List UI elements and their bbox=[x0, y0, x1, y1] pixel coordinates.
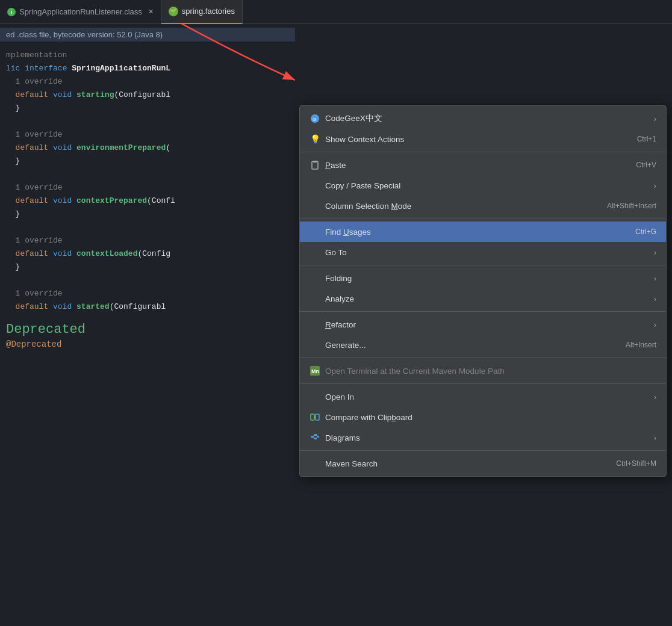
menu-show-context-label: Show Context Actions bbox=[325, 135, 404, 144]
no-icon-analyze bbox=[310, 293, 320, 304]
menu-open-in-label: Open In bbox=[325, 392, 354, 401]
menu-item-go-to-left: Go To bbox=[310, 247, 347, 258]
line-text: (Config bbox=[137, 249, 170, 258]
class-file-icon: i bbox=[7, 8, 16, 16]
menu-item-generate[interactable]: Generate... Alt+Insert bbox=[300, 335, 666, 355]
menu-show-context-shortcut: Ctrl+1 bbox=[637, 135, 656, 143]
line-text: 1 override bbox=[6, 183, 63, 192]
menu-item-find-usages-left: Find Usages bbox=[310, 226, 371, 237]
menu-item-refactor[interactable]: Refactor › bbox=[300, 314, 666, 335]
editor-line: 1 override bbox=[6, 234, 289, 247]
menu-item-analyze[interactable]: Analyze › bbox=[300, 288, 666, 309]
menu-item-copy-paste-special[interactable]: Copy / Paste Special › bbox=[300, 175, 666, 196]
editor-line bbox=[6, 221, 289, 234]
menu-item-maven-search[interactable]: Maven Search Ctrl+Shift+M bbox=[300, 453, 666, 474]
tab-close-button[interactable]: ✕ bbox=[148, 8, 154, 16]
line-text: (Configurabl bbox=[110, 302, 166, 311]
menu-item-paste-left: Paste bbox=[310, 160, 346, 170]
menu-item-codegeex[interactable]: G CodeGeeX中文 › bbox=[300, 108, 666, 129]
editor-content[interactable]: mplementation lic interface SpringApplic… bbox=[0, 46, 295, 354]
editor-line: default void contextPrepared(Confi bbox=[6, 194, 289, 208]
editor-line bbox=[6, 274, 289, 287]
line-text: mplementation bbox=[6, 51, 67, 60]
svg-rect-13 bbox=[317, 436, 319, 438]
tab-factories-file[interactable]: 🌱 spring.factories bbox=[161, 0, 243, 24]
menu-item-folding-left: Folding bbox=[310, 273, 352, 284]
line-text: environmentPrepared bbox=[76, 143, 166, 152]
no-icon-maven-search bbox=[310, 458, 320, 469]
menu-item-diagrams-left: Diagrams bbox=[310, 432, 360, 443]
menu-item-show-context-actions-left: 💡 Show Context Actions bbox=[310, 134, 404, 144]
menu-item-folding[interactable]: Folding › bbox=[300, 268, 666, 288]
menu-item-generate-left: Generate... bbox=[310, 339, 366, 350]
separator-3 bbox=[300, 265, 666, 265]
svg-line-15 bbox=[313, 437, 314, 439]
menu-item-analyze-left: Analyze bbox=[310, 293, 354, 304]
submenu-arrow-folding: › bbox=[654, 274, 656, 283]
line-text: default bbox=[6, 196, 53, 205]
menu-item-open-terminal[interactable]: Mn Open Terminal at the Current Maven Mo… bbox=[300, 361, 666, 381]
editor-line bbox=[6, 168, 289, 181]
submenu-arrow-codegeex: › bbox=[654, 114, 656, 123]
tab-class-file[interactable]: i SpringApplicationRunListener.class ✕ bbox=[0, 0, 161, 24]
line-text: void bbox=[53, 302, 76, 311]
menu-find-usages-label: Find Usages bbox=[325, 228, 371, 237]
context-menu: G CodeGeeX中文 › 💡 Show Context Actions Ct… bbox=[299, 105, 667, 477]
menu-item-show-context-actions[interactable]: 💡 Show Context Actions Ctrl+1 bbox=[300, 129, 666, 149]
svg-line-16 bbox=[317, 435, 317, 437]
menu-item-open-in[interactable]: Open In › bbox=[300, 386, 666, 407]
line-text: default bbox=[6, 249, 53, 258]
svg-rect-7 bbox=[311, 414, 314, 420]
submenu-arrow-open-in: › bbox=[654, 392, 656, 401]
menu-item-open-in-left: Open In bbox=[310, 391, 354, 402]
editor-line: default void started(Configurabl bbox=[6, 300, 289, 314]
menu-item-find-usages[interactable]: Find Usages Ctrl+G bbox=[300, 222, 666, 242]
menu-paste-shortcut: Ctrl+V bbox=[636, 161, 656, 169]
line-text: } bbox=[6, 209, 20, 218]
menu-column-selection-shortcut: Alt+Shift+Insert bbox=[607, 202, 656, 210]
no-icon-open-in bbox=[310, 391, 320, 402]
svg-text:G: G bbox=[313, 117, 316, 122]
separator-4 bbox=[300, 311, 666, 312]
menu-item-compare-clipboard[interactable]: Compare with Clipboard bbox=[300, 407, 666, 427]
editor-line: default void environmentPrepared( bbox=[6, 141, 289, 155]
arrow-svg bbox=[151, 24, 295, 104]
editor-line: } bbox=[6, 208, 289, 221]
menu-folding-label: Folding bbox=[325, 274, 352, 283]
editor-line: 1 override bbox=[6, 128, 289, 141]
svg-rect-8 bbox=[316, 414, 319, 420]
menu-analyze-label: Analyze bbox=[325, 294, 354, 303]
menu-find-usages-shortcut: Ctrl+G bbox=[635, 228, 656, 236]
editor-line: } bbox=[6, 155, 289, 168]
line-text: started bbox=[76, 302, 110, 311]
spring-icon: 🌱 bbox=[169, 7, 178, 16]
editor-line: @Deprecated bbox=[6, 338, 289, 352]
menu-item-compare-clipboard-left: Compare with Clipboard bbox=[310, 412, 412, 423]
line-text: void bbox=[53, 90, 76, 99]
codegeex-icon: G bbox=[310, 113, 320, 124]
no-icon-copy-paste bbox=[310, 180, 320, 191]
separator-1 bbox=[300, 152, 666, 152]
clipboard-icon bbox=[310, 160, 320, 170]
line-text: default bbox=[6, 90, 53, 99]
menu-item-open-terminal-left: Mn Open Terminal at the Current Maven Mo… bbox=[310, 365, 505, 376]
menu-item-diagrams[interactable]: Diagrams › bbox=[300, 427, 666, 448]
menu-item-paste[interactable]: Paste Ctrl+V bbox=[300, 155, 666, 175]
line-text: 1 override bbox=[6, 289, 63, 298]
lightbulb-icon: 💡 bbox=[310, 134, 320, 144]
menu-item-column-selection[interactable]: Column Selection Mode Alt+Shift+Insert bbox=[300, 196, 666, 216]
submenu-arrow-diagrams: › bbox=[654, 433, 656, 442]
editor-line: Deprecated bbox=[6, 323, 289, 338]
svg-rect-10 bbox=[311, 436, 313, 438]
menu-item-go-to[interactable]: Go To › bbox=[300, 242, 666, 262]
line-text: contextPrepared bbox=[76, 196, 147, 205]
separator-2 bbox=[300, 218, 666, 219]
menu-go-to-label: Go To bbox=[325, 248, 347, 257]
no-icon-folding bbox=[310, 273, 320, 284]
separator-7 bbox=[300, 450, 666, 451]
tab-bar: i SpringApplicationRunListener.class ✕ 🌱… bbox=[0, 0, 672, 24]
menu-generate-shortcut: Alt+Insert bbox=[626, 341, 656, 349]
separator-6 bbox=[300, 383, 666, 384]
diagrams-icon bbox=[310, 432, 320, 443]
line-text: 1 override bbox=[6, 236, 63, 245]
